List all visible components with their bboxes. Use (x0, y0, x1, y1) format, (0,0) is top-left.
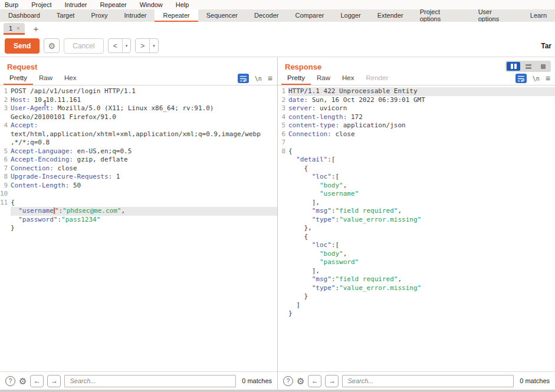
editor-menu-icon[interactable]: ≡ (546, 74, 550, 83)
menu-repeater[interactable]: Repeater (100, 1, 126, 8)
editor-text[interactable]: "type":"value_error.missing" (288, 216, 555, 225)
editor-text[interactable]: HTTP/1.1 422 Unprocessable Entity (288, 87, 555, 96)
request-tab-pretty[interactable]: Pretty (4, 73, 33, 85)
editor-text[interactable]: server: uvicorn (288, 104, 555, 113)
new-repeater-tab-button[interactable]: + (33, 24, 38, 34)
main-tab-comparer[interactable]: Comparer (287, 9, 333, 22)
response-tab-raw[interactable]: Raw (311, 73, 336, 85)
response-editor[interactable]: 1HTTP/1.1 422 Unprocessable Entity2date:… (278, 85, 555, 371)
editor-text[interactable]: User-Agent: Mozilla/5.0 (X11; Linux x86_… (11, 104, 277, 113)
editor-text[interactable]: "body", (288, 250, 555, 259)
editor-text[interactable]: ], (288, 267, 555, 276)
editor-text[interactable]: date: Sun, 16 Oct 2022 06:39:01 GMT (288, 96, 555, 105)
next-match-button[interactable]: → (47, 375, 61, 387)
layout-rows-button[interactable] (521, 62, 535, 71)
request-editor[interactable]: I 1POST /api/v1/user/login HTTP/1.12Host… (0, 85, 277, 371)
editor-text[interactable]: { (288, 147, 555, 156)
request-tab-hex[interactable]: Hex (58, 73, 82, 85)
next-match-button[interactable]: → (325, 375, 339, 387)
editor-text[interactable]: } (288, 292, 555, 301)
editor-text[interactable] (288, 139, 555, 147)
editor-menu-icon[interactable]: ≡ (268, 74, 272, 83)
editor-text[interactable]: "msg":"field required", (288, 207, 555, 216)
editor-text[interactable]: Connection: close (288, 130, 555, 139)
editor-text[interactable]: { (288, 164, 555, 173)
editor-text[interactable]: "detail":[ (288, 156, 555, 164)
editor-text[interactable]: Upgrade-Insecure-Requests: 1 (11, 173, 277, 182)
main-tab-logger[interactable]: Logger (332, 9, 369, 22)
editor-text[interactable]: "loc":[ (288, 173, 555, 182)
main-tab-dashboard[interactable]: Dashboard (0, 9, 48, 22)
request-tab-raw[interactable]: Raw (33, 73, 58, 85)
layout-columns-button[interactable] (507, 62, 520, 71)
editor-text[interactable]: "username":"phdsec@me.com", (11, 207, 277, 216)
editor-text[interactable]: "password" (288, 258, 555, 267)
main-tab-learn[interactable]: Learn (522, 9, 555, 22)
send-button[interactable]: Send (5, 38, 40, 54)
help-icon[interactable]: ? (5, 376, 15, 386)
help-icon[interactable]: ? (283, 376, 293, 386)
close-tab-icon[interactable]: × (17, 25, 19, 31)
layout-single-button[interactable] (536, 62, 550, 71)
main-tab-user-options[interactable]: User options (470, 9, 522, 22)
editor-text[interactable]: } (11, 224, 277, 233)
editor-text[interactable]: "msg":"field required", (288, 275, 555, 284)
editor-text[interactable]: } (288, 309, 555, 318)
editor-text[interactable]: Accept: (11, 121, 277, 130)
main-tab-repeater[interactable]: Repeater (155, 9, 198, 22)
editor-text[interactable]: ,*/*;q=0.8 (11, 139, 277, 147)
prev-match-button[interactable]: ← (308, 375, 321, 387)
response-search-input[interactable] (342, 375, 514, 387)
main-tab-project-options[interactable]: Project options (412, 9, 470, 22)
cancel-button[interactable]: Cancel (64, 38, 103, 54)
next-dropdown-icon[interactable]: ▾ (150, 39, 158, 52)
main-tab-sequencer[interactable]: Sequencer (198, 9, 246, 22)
response-tab-render[interactable]: Render (360, 73, 395, 85)
newline-toggle-icon[interactable]: \n (533, 75, 540, 82)
editor-text[interactable]: }, (288, 224, 555, 233)
chevron-left-icon[interactable]: < (109, 39, 122, 52)
editor-text[interactable]: content-type: application/json (288, 121, 555, 130)
prev-match-button[interactable]: ← (30, 375, 44, 387)
editor-text[interactable]: POST /api/v1/user/login HTTP/1.1 (11, 87, 277, 96)
editor-text[interactable]: "body", (288, 182, 555, 190)
editor-text[interactable]: "password":"pass1234" (11, 216, 277, 225)
menu-intruder[interactable]: Intruder (65, 1, 87, 8)
menu-burp[interactable]: Burp (5, 1, 18, 8)
editor-text[interactable]: Content-Length: 50 (11, 182, 277, 190)
menu-window[interactable]: Window (140, 1, 163, 8)
request-search-input[interactable] (64, 375, 236, 387)
editor-text[interactable]: Gecko/20100101 Firefox/91.0 (11, 113, 277, 122)
editor-text[interactable]: Accept-Language: en-US,en;q=0.5 (11, 147, 277, 156)
editor-text[interactable]: "type":"value_error.missing" (288, 284, 555, 293)
editor-text[interactable]: text/html,application/xhtml+xml,applicat… (11, 130, 277, 139)
main-tab-intruder[interactable]: Intruder (116, 9, 155, 22)
word-wrap-icon[interactable] (515, 74, 527, 83)
prev-dropdown-icon[interactable]: ▾ (123, 39, 131, 52)
response-tab-pretty[interactable]: Pretty (281, 73, 311, 85)
prev-request-button[interactable]: < ▾ (108, 38, 132, 53)
editor-text[interactable]: { (11, 199, 277, 207)
editor-text[interactable]: Connection: close (11, 164, 277, 173)
editor-text[interactable]: "username" (288, 190, 555, 199)
main-tab-proxy[interactable]: Proxy (83, 9, 116, 22)
editor-text[interactable]: ], (288, 199, 555, 207)
newline-toggle-icon[interactable]: \n (255, 75, 262, 82)
next-request-button[interactable]: > ▾ (135, 38, 159, 53)
menu-help[interactable]: Help (176, 1, 189, 8)
main-tab-target[interactable]: Target (48, 9, 83, 22)
main-tab-extender[interactable]: Extender (369, 9, 412, 22)
word-wrap-icon[interactable] (238, 74, 249, 83)
search-settings-gear-icon[interactable]: ⚙ (19, 377, 27, 386)
editor-text[interactable]: ] (288, 301, 555, 310)
repeater-tab-1[interactable]: 1 × (4, 23, 25, 35)
chevron-right-icon[interactable]: > (136, 39, 149, 52)
editor-text[interactable]: "loc":[ (288, 241, 555, 250)
editor-text[interactable] (11, 190, 277, 199)
search-settings-gear-icon[interactable]: ⚙ (297, 377, 304, 386)
response-tab-hex[interactable]: Hex (336, 73, 360, 85)
editor-text[interactable]: Host: 10.10.11.161 (11, 96, 277, 105)
editor-text[interactable]: content-length: 172 (288, 113, 555, 122)
editor-text[interactable]: Accept-Encoding: gzip, deflate (11, 156, 277, 164)
main-tab-decoder[interactable]: Decoder (246, 9, 287, 22)
